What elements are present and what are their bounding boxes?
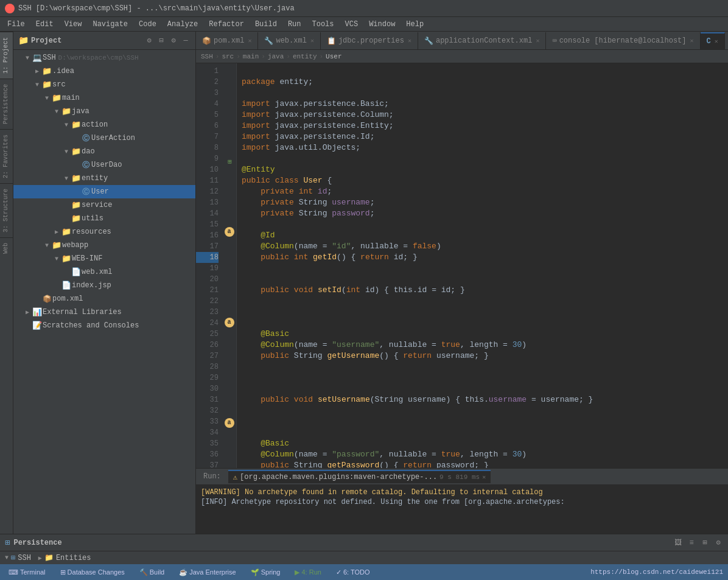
side-tab-project[interactable]: 1: Project [0,32,13,79]
run-button[interactable]: ▶ 4: Run [291,567,324,578]
side-tab-favorites[interactable]: 2: Favorites [0,129,13,183]
tree-item-userdao[interactable]: Ⓒ UserDao [13,158,195,172]
tree-item-src[interactable]: ▼ 📁 src [13,78,195,91]
tab-icon-appctx: 🔧 [424,37,433,46]
run-tab-maven[interactable]: ⚠ [org.apache.maven.plugins:maven-archet… [228,470,491,483]
persistence-root-label[interactable]: SSH [18,554,31,562]
breadcrumb-part-main[interactable]: main [243,53,259,60]
tree-item-dao[interactable]: ▼ 📁 dao [13,145,195,158]
tab-user[interactable]: C ✕ [701,32,725,49]
tab-console[interactable]: ⌨ console [hibernate@localhost] ✕ [546,32,700,49]
spring-button[interactable]: 🌱 Spring [247,567,284,578]
side-tab-structure[interactable]: 3: Structure [0,183,13,237]
persistence-entity-label[interactable]: Entities [56,554,91,562]
menu-window[interactable]: Window [364,19,400,30]
gutter-ann-37[interactable]: a [223,418,236,428]
java-icon-useraction: Ⓒ [80,133,91,144]
tab-webxml[interactable]: 🔧 web.xml ✕ [258,32,320,49]
tree-item-pomxml[interactable]: 📦 pom.xml [13,292,195,306]
tree-item-indexjsp[interactable]: 📄 index.jsp [13,279,195,292]
menu-bar: File Edit View Navigate Code Analyze Ref… [0,17,728,32]
menu-view[interactable]: View [60,19,87,30]
tree-item-extlibs[interactable]: ▶ 📊 External Libraries [13,306,195,319]
tree-item-entity[interactable]: ▼ 📁 entity [13,172,195,185]
side-tab-web[interactable]: Web [0,237,13,259]
title-bar: SSH [D:\workspace\cmp\SSH] - ...\src\mai… [0,0,728,17]
collapse-icon[interactable]: ⊟ [156,36,166,46]
breadcrumb-part-user[interactable]: User [326,53,341,60]
settings-icon[interactable]: ⚙ [144,36,154,46]
tree-item-webxml[interactable]: 📄 web.xml [13,265,195,279]
tab-close-pom[interactable]: ✕ [248,37,251,44]
tree-item-action[interactable]: ▼ 📁 action [13,118,195,131]
persistence-sort-icon[interactable]: ≡ [687,538,696,548]
tree-item-java[interactable]: ▼ 📁 java [13,105,195,118]
persistence-gear-icon[interactable]: ⚙ [713,538,723,548]
tree-item-utils[interactable]: 📁 utils [13,212,195,225]
close-panel-icon[interactable]: — [181,36,191,46]
database-button[interactable]: ⊞ Database Changes [57,567,128,578]
tab-close-console[interactable]: ✕ [690,37,694,44]
gutter-ann-17[interactable]: a [223,227,236,237]
tree-label-userdao: UserDao [91,161,122,169]
tab-close-appctx[interactable]: ✕ [536,37,539,44]
persistence-options-icon[interactable]: ⊞ [700,538,710,548]
menu-navigate[interactable]: Navigate [88,19,133,30]
side-tab-persistence[interactable]: Persistence [0,79,13,129]
arrow-idea: ▶ [33,68,41,75]
tab-icon-jdbc: 📋 [327,37,336,46]
extlibs-icon: 📊 [32,307,43,317]
persistence-img-icon[interactable]: 🖼 [673,538,683,548]
tree-label-utils: utils [82,214,103,223]
breadcrumb-part-entity[interactable]: entity [293,53,317,60]
tree-item-useraction[interactable]: Ⓒ UserAction [13,131,195,145]
jsp-icon-indexjsp: 📄 [61,281,72,290]
warn-icon: ⚠ [233,473,237,482]
todo-button[interactable]: ✓ 6: TODO [332,567,374,578]
build-button[interactable]: 🔨 Build [136,567,168,578]
tab-close-user[interactable]: ✕ [715,38,718,45]
menu-code[interactable]: Code [134,19,161,30]
tree-label-main: main [62,94,80,102]
xml-icon-webxml: 📄 [71,267,82,277]
tree-item-resources[interactable]: ▶ 📁 resources [13,225,195,239]
tree-item-ssh[interactable]: ▼ 💻 SSH D:\workspace\cmp\SSH [13,51,195,65]
breadcrumb-part-ssh[interactable]: SSH [201,53,213,60]
tab-pom[interactable]: 📦 pom.xml ✕ [196,32,258,49]
terminal-button[interactable]: ⌨ Terminal [5,567,49,578]
tree-item-user[interactable]: Ⓒ User [13,185,195,198]
run-time: 9 s 819 ms [439,473,480,481]
code-content[interactable]: package entity; import javax.persistence… [237,63,728,468]
gear-icon[interactable]: ⚙ [169,36,178,46]
menu-file[interactable]: File [2,19,30,30]
tree-label-scratches: Scratches and Consoles [43,321,139,330]
arrow-src: ▼ [33,82,41,88]
run-tab-close[interactable]: ✕ [482,473,486,481]
breadcrumb-part-src[interactable]: src [222,53,234,60]
tree-item-idea[interactable]: ▶ 📁 .idea [13,65,195,78]
menu-edit[interactable]: Edit [31,19,58,30]
menu-vcs[interactable]: VCS [340,19,363,30]
gutter-ann-27[interactable]: a [223,317,236,327]
tab-jdbc[interactable]: 📋 jdbc.properties ✕ [321,32,418,49]
tab-close-jdbc[interactable]: ✕ [408,37,411,44]
tab-close-webxml[interactable]: ✕ [310,37,314,44]
menu-help[interactable]: Help [401,19,429,30]
app-icon [5,4,15,13]
menu-run[interactable]: Run [283,19,306,30]
breadcrumb-part-java[interactable]: java [268,53,284,60]
tree-item-service[interactable]: 📁 service [13,198,195,212]
tab-appctx[interactable]: 🔧 applicationContext.xml ✕ [418,32,546,49]
tree-item-webapp[interactable]: ▼ 📁 webapp [13,239,195,252]
tree-item-main[interactable]: ▼ 📁 main [13,91,195,105]
tree-item-scratches[interactable]: 📝 Scratches and Consoles [13,319,195,332]
tab-label-pom: pom.xml [214,37,244,45]
tree-item-webinf[interactable]: ▼ 📁 WEB-INF [13,252,195,265]
menu-analyze[interactable]: Analyze [163,19,203,30]
menu-tools[interactable]: Tools [307,19,339,30]
tree-path-ssh: D:\workspace\cmp\SSH [58,54,139,61]
menu-refactor[interactable]: Refactor [204,19,249,30]
menu-build[interactable]: Build [250,19,282,30]
folder-icon-entity: 📁 [71,173,82,183]
java-enterprise-button[interactable]: ☕ Java Enterprise [175,567,239,578]
